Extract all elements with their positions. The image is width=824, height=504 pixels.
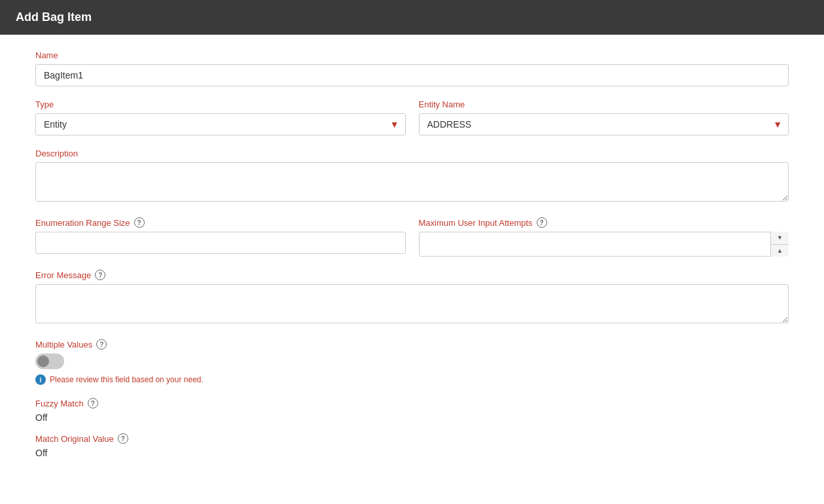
fuzzy-match-value: Off — [35, 412, 789, 423]
error-message-input[interactable] — [35, 284, 789, 323]
fuzzy-match-label-row: Fuzzy Match ? — [35, 398, 789, 408]
entity-name-label: Entity Name — [419, 99, 465, 109]
page-header: Add Bag Item — [0, 0, 824, 35]
fuzzy-match-section: Fuzzy Match ? Off — [35, 398, 789, 423]
spinner-up-button[interactable]: ▲ — [771, 245, 789, 257]
form-container: Name Type Entity String Integer Boolean … — [0, 35, 824, 484]
description-input[interactable] — [35, 162, 789, 202]
max-user-input-field[interactable] — [419, 232, 789, 257]
description-label: Description — [35, 149, 789, 158]
max-user-input-col: Maximum User Input Attempts ? ▼ ▲ — [419, 217, 789, 257]
description-group: Description — [35, 149, 789, 204]
max-user-input-label-row: Maximum User Input Attempts ? — [419, 217, 789, 228]
type-col: Type Entity String Integer Boolean ▼ — [35, 99, 406, 135]
entity-name-col: Entity Name ADDRESS PERSON LOCATION ORGA… — [419, 99, 789, 135]
name-group: Name — [35, 50, 789, 86]
entity-name-select-wrapper: ADDRESS PERSON LOCATION ORGANIZATION ▼ — [419, 113, 789, 135]
multiple-values-label-row: Multiple Values ? — [35, 339, 789, 350]
type-label-row: Type — [35, 99, 406, 109]
error-message-group: Error Message ? — [35, 270, 789, 326]
fuzzy-match-label: Fuzzy Match — [35, 399, 84, 408]
type-select-wrapper: Entity String Integer Boolean ▼ — [35, 113, 406, 135]
match-original-label-row: Match Original Value ? — [35, 433, 789, 444]
enumeration-range-label: Enumeration Range Size — [35, 218, 130, 228]
enumeration-col: Enumeration Range Size ? — [35, 217, 406, 257]
match-original-help-icon[interactable]: ? — [118, 433, 128, 444]
max-user-input-label: Maximum User Input Attempts — [419, 218, 533, 228]
match-original-value: Off — [35, 448, 789, 458]
entity-name-select[interactable]: ADDRESS PERSON LOCATION ORGANIZATION — [419, 113, 789, 135]
multiple-values-help-icon[interactable]: ? — [96, 339, 107, 350]
multiple-values-group: Multiple Values ? i Please review this f… — [35, 339, 789, 385]
multiple-values-label: Multiple Values — [35, 340, 92, 350]
match-original-section: Match Original Value ? Off — [35, 433, 789, 458]
spinner-down-button[interactable]: ▼ — [771, 232, 789, 245]
info-icon: i — [35, 374, 46, 385]
name-label: Name — [35, 50, 789, 60]
type-select[interactable]: Entity String Integer Boolean — [35, 113, 406, 135]
name-input[interactable] — [35, 64, 789, 86]
info-message-row: i Please review this field based on your… — [35, 374, 789, 385]
fuzzy-match-help-icon[interactable]: ? — [88, 398, 98, 408]
multiple-values-toggle[interactable] — [35, 353, 64, 369]
enum-max-row: Enumeration Range Size ? Maximum User In… — [35, 217, 789, 257]
type-label: Type — [35, 99, 54, 109]
enumeration-label-row: Enumeration Range Size ? — [35, 217, 406, 228]
entity-name-label-row: Entity Name — [419, 99, 789, 109]
toggle-slider — [35, 353, 64, 369]
error-message-label: Error Message — [35, 270, 91, 280]
page-title: Add Bag Item — [16, 10, 92, 24]
match-original-label: Match Original Value — [35, 434, 114, 444]
type-entity-row: Type Entity String Integer Boolean ▼ Ent… — [35, 99, 789, 135]
enumeration-help-icon[interactable]: ? — [134, 217, 145, 228]
toggle-wrapper — [35, 353, 789, 369]
max-user-input-wrapper: ▼ ▲ — [419, 232, 789, 257]
info-message-text: Please review this field based on your n… — [50, 375, 204, 384]
error-message-help-icon[interactable]: ? — [95, 270, 105, 280]
max-user-input-help-icon[interactable]: ? — [537, 217, 547, 228]
spinner-buttons: ▼ ▲ — [770, 232, 789, 257]
enumeration-range-input[interactable] — [35, 232, 406, 254]
error-message-label-row: Error Message ? — [35, 270, 789, 280]
